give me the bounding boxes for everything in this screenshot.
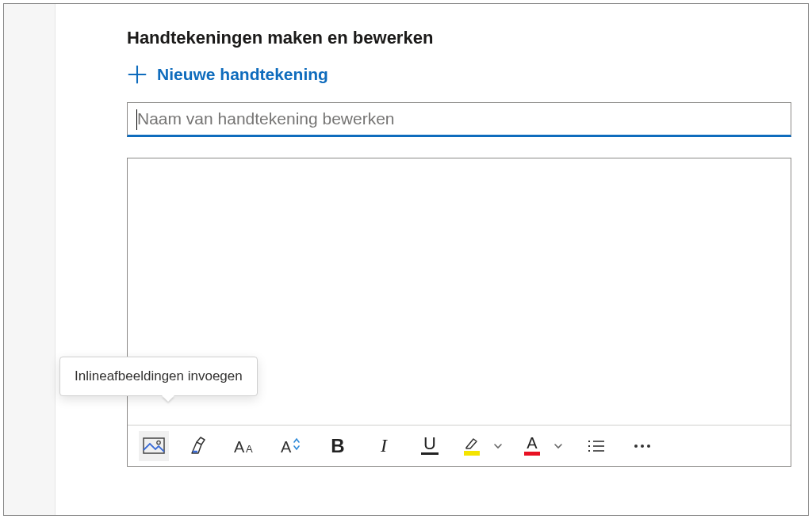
new-signature-label: Nieuwe handtekening — [157, 65, 328, 84]
font-button[interactable]: A A — [231, 431, 261, 461]
chevron-down-icon — [553, 441, 564, 452]
text-cursor — [136, 109, 137, 130]
list-icon — [587, 438, 606, 454]
paintbrush-icon — [190, 436, 210, 456]
highlight-icon — [464, 436, 480, 456]
new-signature-button[interactable]: Nieuwe handtekening — [127, 64, 328, 85]
svg-text:A: A — [234, 438, 245, 456]
svg-point-3 — [157, 441, 160, 444]
font-icon: A A — [234, 437, 258, 456]
chevron-down-icon — [492, 441, 504, 452]
bullets-button[interactable] — [581, 431, 611, 461]
format-painter-button[interactable] — [185, 431, 215, 461]
bold-button[interactable]: B — [323, 431, 353, 461]
svg-rect-2 — [144, 438, 164, 453]
font-color-button[interactable]: A — [521, 431, 565, 461]
italic-button[interactable]: I — [369, 431, 399, 461]
underline-button[interactable]: U — [415, 431, 445, 461]
font-color-icon: A — [524, 436, 540, 456]
font-size-button[interactable]: A — [277, 431, 307, 461]
signatures-section: Handtekeningen maken en bewerken Nieuwe … — [56, 4, 808, 515]
signature-editor: A A A B I — [127, 158, 791, 467]
section-title: Handtekeningen maken en bewerken — [127, 28, 808, 48]
bold-icon: B — [331, 435, 344, 457]
svg-text:A: A — [281, 438, 292, 456]
italic-icon: I — [381, 435, 387, 456]
svg-text:A: A — [246, 443, 253, 455]
signature-name-input[interactable] — [127, 102, 791, 137]
font-size-icon: A — [280, 437, 304, 456]
image-icon — [143, 437, 165, 455]
insert-image-button[interactable] — [139, 431, 169, 461]
more-icon — [634, 445, 650, 448]
plus-icon — [127, 64, 147, 85]
more-options-button[interactable] — [627, 431, 657, 461]
insert-image-tooltip: Inlineafbeeldingen invoegen — [59, 357, 258, 396]
underline-icon: U — [421, 437, 439, 455]
settings-pane: Handtekeningen maken en bewerken Nieuwe … — [3, 3, 809, 516]
highlight-button[interactable] — [461, 431, 505, 461]
left-sidebar — [4, 4, 56, 515]
editor-toolbar: A A A B I — [128, 425, 791, 466]
